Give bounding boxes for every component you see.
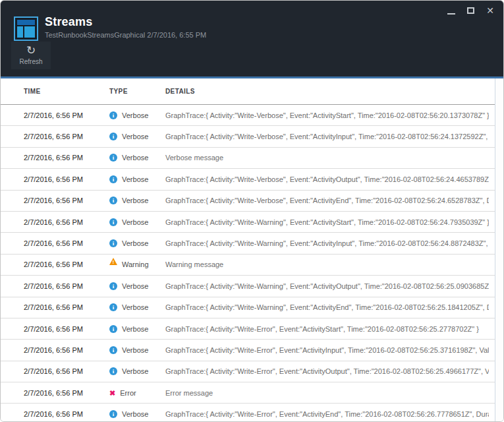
maximize-icon <box>467 7 474 14</box>
type-label: Verbose <box>122 133 148 140</box>
refresh-button[interactable]: ↻ Refresh <box>11 42 51 69</box>
streams-blade-icon <box>14 16 38 41</box>
table-row[interactable]: 2/7/2016, 6:56 PMiVerboseGraphTrace:{ Ac… <box>1 361 503 382</box>
table-row[interactable]: 2/7/2016, 6:56 PM✖ErrorError message <box>1 382 503 404</box>
time-cell: 2/7/2016, 6:56 PM <box>24 239 109 247</box>
table-row[interactable]: 2/7/2016, 6:56 PMiVerboseGraphTrace:{ Ac… <box>1 105 503 126</box>
details-cell: GraphTrace:{ Activity:"Write-Verbose", E… <box>165 133 489 140</box>
type-label: Warning <box>122 260 149 268</box>
details-cell: GraphTrace:{ Activity:"Write-Warning", E… <box>165 218 489 226</box>
close-button[interactable]: ✕ <box>486 6 494 15</box>
info-icon: i <box>109 282 117 290</box>
maximize-button[interactable] <box>467 7 474 14</box>
details-cell: GraphTrace:{ Activity:"Write-Error", Eve… <box>165 325 489 333</box>
type-cell: iVerbose <box>109 218 165 226</box>
details-cell: GraphTrace:{ Activity:"Write-Error", Eve… <box>165 346 489 354</box>
error-icon: ✖ <box>109 389 115 397</box>
details-cell: GraphTrace:{ Activity:"Write-Verbose", E… <box>165 111 489 119</box>
type-label: Verbose <box>122 303 148 311</box>
type-label: Verbose <box>122 218 148 226</box>
refresh-icon: ↻ <box>11 45 51 57</box>
type-cell: iVerbose <box>109 196 165 204</box>
details-cell: GraphTrace:{ Activity:"Write-Verbose", E… <box>165 196 489 204</box>
type-label: Verbose <box>122 346 148 354</box>
info-icon: i <box>109 410 117 418</box>
type-cell: iVerbose <box>109 133 165 140</box>
info-icon: i <box>109 239 117 247</box>
type-cell: iVerbose <box>109 154 165 162</box>
info-icon: i <box>109 133 117 140</box>
type-label: Verbose <box>122 154 148 162</box>
minimize-button[interactable] <box>447 7 455 15</box>
details-cell: GraphTrace:{ Activity:"Write-Warning", E… <box>165 303 489 311</box>
time-cell: 2/7/2016, 6:56 PM <box>24 175 109 183</box>
blade-icon-right-pane <box>24 26 35 38</box>
info-icon: i <box>109 346 117 354</box>
time-cell: 2/7/2016, 6:56 PM <box>24 111 109 119</box>
type-cell: iVerbose <box>109 346 165 354</box>
warning-icon <box>109 258 117 265</box>
table-row[interactable]: 2/7/2016, 6:56 PMiVerboseGraphTrace:{ Ac… <box>1 297 503 318</box>
type-label: Verbose <box>122 196 148 204</box>
details-cell: GraphTrace:{ Activity:"Write-Warning", E… <box>165 239 489 247</box>
table-row[interactable]: 2/7/2016, 6:56 PMiVerboseGraphTrace:{ Ac… <box>1 276 503 297</box>
type-label: Verbose <box>122 282 148 290</box>
type-cell: ✖Error <box>109 389 165 397</box>
time-cell: 2/7/2016, 6:56 PM <box>24 325 109 333</box>
close-icon: ✕ <box>486 6 494 15</box>
page-title: Streams <box>45 15 92 29</box>
type-cell: iVerbose <box>109 239 165 247</box>
details-cell: GraphTrace:{ Activity:"Write-Error", Eve… <box>165 367 489 375</box>
time-cell: 2/7/2016, 6:56 PM <box>24 154 109 162</box>
time-cell: 2/7/2016, 6:56 PM <box>24 410 109 418</box>
table-row[interactable]: 2/7/2016, 6:56 PMiVerboseGraphTrace:{ Ac… <box>1 318 503 340</box>
info-icon: i <box>109 111 117 119</box>
table-row[interactable]: 2/7/2016, 6:56 PMiVerboseGraphTrace:{ Ac… <box>1 340 503 361</box>
details-cell: GraphTrace:{ Activity:"Write-Verbose", E… <box>165 175 489 183</box>
type-label: Verbose <box>122 175 148 183</box>
type-label: Verbose <box>122 367 148 375</box>
time-cell: 2/7/2016, 6:56 PM <box>24 196 109 204</box>
column-header-details: DETAILS <box>165 88 489 95</box>
vertical-scrollbar[interactable] <box>495 78 503 422</box>
type-cell: iVerbose <box>109 282 165 290</box>
page-subtitle: TestRunbookStreamsGraphical 2/7/2016, 6:… <box>45 31 206 39</box>
window-controls: ✕ <box>447 5 494 16</box>
table-row[interactable]: 2/7/2016, 6:56 PMiVerboseVerbose message <box>1 148 503 169</box>
table-row[interactable]: 2/7/2016, 6:56 PMiVerboseGraphTrace:{ Ac… <box>1 404 503 422</box>
details-cell: Verbose message <box>165 154 489 162</box>
info-icon: i <box>109 154 117 162</box>
type-cell: iVerbose <box>109 303 165 311</box>
info-icon: i <box>109 367 117 375</box>
info-icon: i <box>109 175 117 183</box>
table-row[interactable]: 2/7/2016, 6:56 PMiVerboseGraphTrace:{ Ac… <box>1 126 503 147</box>
time-cell: 2/7/2016, 6:56 PM <box>24 133 109 140</box>
refresh-label: Refresh <box>11 58 51 65</box>
time-cell: 2/7/2016, 6:56 PM <box>24 303 109 311</box>
info-icon: i <box>109 218 117 226</box>
time-cell: 2/7/2016, 6:56 PM <box>24 367 109 375</box>
type-label: Verbose <box>122 239 148 247</box>
type-cell: iVerbose <box>109 175 165 183</box>
details-cell: Warning message <box>165 260 489 268</box>
table-row[interactable]: 2/7/2016, 6:56 PMiVerboseGraphTrace:{ Ac… <box>1 191 503 212</box>
time-cell: 2/7/2016, 6:56 PM <box>24 346 109 354</box>
details-cell: Error message <box>165 389 489 397</box>
time-cell: 2/7/2016, 6:56 PM <box>24 282 109 290</box>
type-cell: Warning <box>109 260 165 268</box>
title-bar: ✕ Streams TestRunbookStreamsGraphical 2/… <box>1 1 503 76</box>
time-cell: 2/7/2016, 6:56 PM <box>24 218 109 226</box>
table-row[interactable]: 2/7/2016, 6:56 PMiVerboseGraphTrace:{ Ac… <box>1 233 503 254</box>
table-row[interactable]: 2/7/2016, 6:56 PMiVerboseGraphTrace:{ Ac… <box>1 212 503 233</box>
blade-icon-top-pane <box>17 20 35 25</box>
type-cell: iVerbose <box>109 367 165 375</box>
table-row[interactable]: 2/7/2016, 6:56 PMWarningWarning message <box>1 255 503 276</box>
table-row[interactable]: 2/7/2016, 6:56 PMiVerboseGraphTrace:{ Ac… <box>1 169 503 190</box>
type-cell: iVerbose <box>109 111 165 119</box>
streams-table: TIME TYPE DETAILS 2/7/2016, 6:56 PMiVerb… <box>1 78 503 422</box>
table-header: TIME TYPE DETAILS <box>1 78 503 105</box>
time-cell: 2/7/2016, 6:56 PM <box>24 389 109 397</box>
type-label: Verbose <box>122 111 148 119</box>
column-header-time: TIME <box>24 88 109 95</box>
type-label: Error <box>120 389 136 397</box>
